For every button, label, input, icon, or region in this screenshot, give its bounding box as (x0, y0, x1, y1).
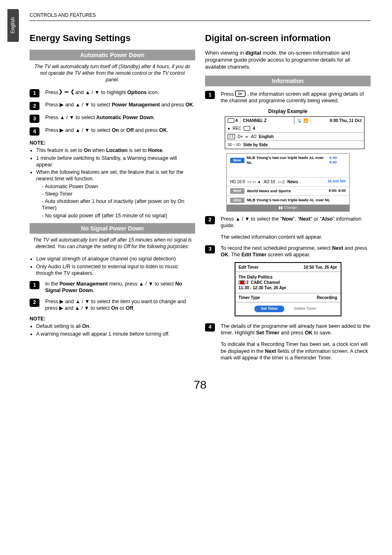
next-pill: Next (230, 188, 245, 194)
step-number-icon: 3 (205, 245, 215, 253)
right-column: Digital on-screen information When viewi… (205, 28, 371, 365)
apd-step-4: 4 Press ▶ and ▲ / ▼ to select On or Off … (30, 127, 195, 136)
page-number: 78 (30, 378, 371, 392)
timer-type-label: Timer Type (239, 295, 260, 300)
edit-timer-dialog: Edit Timer 10:50 Tue, 26 Apr The Daily P… (235, 262, 341, 316)
nspd-step-1: 1 In the Power Management menu, press ▲ … (30, 281, 195, 294)
display-example-box-1: 4 CHANNEL Z 📡 📶 6:00 Thu, 11 Oct ● REC 4… (225, 116, 364, 149)
nspd-step-2: 2 Press ▶ and ▲ / ▼ to select the item y… (30, 298, 195, 312)
step-number-icon: 4 (205, 323, 215, 332)
edit-timer-channel: 2 CABC Channel (239, 280, 337, 285)
step-number-icon: 2 (205, 216, 215, 224)
step-number-icon: 1 (30, 89, 39, 97)
tv-icon (228, 118, 234, 123)
tv-icon (244, 126, 250, 131)
section-bar-auto-power-down: Automatic Power Down (30, 50, 195, 60)
note-heading: NOTE: (30, 315, 195, 322)
left-column: Energy Saving Settings Automatic Power D… (30, 28, 195, 365)
info-step-1: 1 Press i+ , the information screen will… (205, 90, 371, 104)
change-bar: ▮▮ Change (227, 205, 349, 211)
right-intro: When viewing in digital mode, the on-scr… (205, 50, 371, 71)
info-step-3: 3 To record the next scheduled programme… (205, 245, 371, 258)
apd-step-2: 2 Press ▶ and ▲ / ▼ to select Power Mana… (30, 101, 195, 110)
step-number-icon: 1 (205, 91, 215, 99)
apd-step-3: 3 Press ▲ / ▼ to select Automatic Power … (30, 114, 195, 123)
apd-step-1: 1 Press and ▲ / ▼ to highlight Options i… (30, 89, 195, 97)
edit-timer-when: 11:30 - 12:30 Tue, 26 Apr (239, 285, 337, 290)
step-number-icon: 1 (30, 281, 39, 289)
apd-notes: This feature is set to On when Location … (30, 147, 195, 219)
display-example-title: Display Example (205, 108, 371, 115)
section-bar-no-signal: No Signal Power Down (30, 223, 195, 234)
info-button-icon: i+ (235, 90, 246, 97)
header-section-title: CONTROLS AND FEATURES (30, 12, 371, 21)
step-number-icon: 3 (30, 115, 39, 123)
info-step-2: 2 Press ▲ / ▼ to select the "Now", "Next… (205, 216, 371, 241)
language-tab: English (7, 9, 19, 42)
info-step-4: 4 The details of the programme will alre… (205, 323, 371, 361)
edit-timer-programme: The Daily Politics (239, 274, 337, 280)
step-number-icon: 2 (30, 299, 39, 307)
left-title: Energy Saving Settings (30, 32, 195, 44)
delete-timer-button[interactable]: Delete Timer (289, 306, 321, 312)
right-title: Digital on-screen information (205, 32, 371, 44)
svg-rect-0 (65, 92, 69, 92)
step-number-icon: 2 (30, 102, 39, 110)
note-heading: NOTE: (30, 140, 195, 146)
edit-timer-title: Edit Timer (239, 265, 259, 270)
svg-text:i+: i+ (238, 91, 242, 96)
set-timer-button[interactable]: Set Timer (254, 306, 284, 312)
nspd-notes: Default setting is all On. A warning mes… (30, 323, 195, 337)
quick-menu-icon (60, 89, 74, 95)
no-signal-purposes: Low signal strength of analogue channel … (30, 256, 195, 276)
now-pill: Now (230, 158, 244, 164)
section-bar-information: Information (205, 76, 371, 86)
display-example-box-2: Now MLB Young's two-run triple leads AL … (226, 153, 350, 212)
no-signal-intro: The TV will automatically turn itself of… (33, 237, 192, 250)
auto-power-down-intro: The TV will automatically turn itself of… (33, 64, 192, 83)
timer-type-value: Recording (317, 295, 337, 300)
edit-timer-datetime: 10:50 Tue, 26 Apr (304, 265, 337, 270)
also-pill: Also (230, 198, 245, 203)
step-number-icon: 4 (30, 127, 39, 136)
